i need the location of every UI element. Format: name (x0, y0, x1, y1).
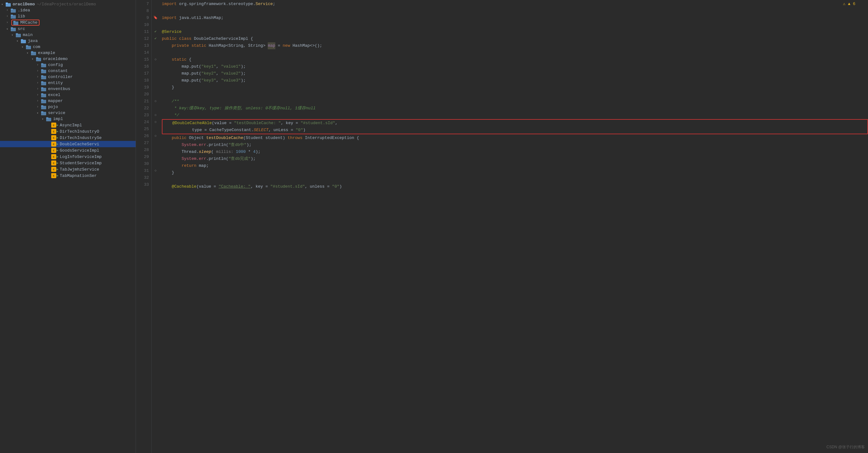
java-file-icon-loginfo: C ▶ (51, 154, 59, 159)
example-label: example (38, 51, 55, 55)
arrow-icon (6, 8, 11, 12)
sidebar-item-asyncimpl[interactable]: C ▶ AsyncImpl (0, 122, 135, 128)
gutter-12: ✔ (152, 35, 159, 42)
dirtechindustryse-label: DirTechIndustrySe (60, 135, 102, 140)
java-file-icon-async: C ▶ (51, 123, 59, 128)
svg-rect-21 (41, 63, 43, 64)
arrow-icon (17, 39, 21, 43)
arrow-icon (11, 33, 16, 37)
editor-gutter: 🔖 ✔ ✔ ◇ ◇ ◇ ◇ ◇ (152, 0, 159, 453)
sidebar-item-excel[interactable]: excel (0, 92, 135, 98)
code-line-22: * key:缓存key, type: 操作类型, unless: 0不缓存nul… (162, 105, 868, 112)
code-content-area[interactable]: 7891011 1213141516 1718192021 2223242526… (136, 0, 868, 453)
sidebar-item-pojo[interactable]: pojo (0, 104, 135, 110)
gutter-11: ✔ (152, 28, 159, 35)
sidebar-item-impl[interactable]: impl (0, 116, 135, 122)
code-line-13: private static HashMap<String, String> m… (162, 42, 868, 49)
tabjwjmhzservice-label: TabJwjmhzService (60, 167, 99, 172)
sidebar-item-loginfoserviceimp[interactable]: C ▶ LogInfoServiceImp (0, 154, 135, 160)
gutter-22 (152, 104, 159, 111)
sidebar-item-studentserviceimp[interactable]: C ▶ StudentServiceImp (0, 160, 135, 166)
arrow-icon (37, 93, 41, 97)
entity-label: entity (48, 80, 63, 85)
svg-rect-31 (41, 93, 43, 94)
arrow-icon (32, 57, 36, 61)
java-file-icon-doublecache: C ▶ (51, 141, 59, 147)
gutter-20 (152, 90, 159, 97)
code-line-29: System.err.println("查db完成"); (162, 155, 868, 162)
folder-icon (41, 111, 47, 115)
sidebar-item-service[interactable]: service (0, 110, 135, 116)
code-line-10 (162, 22, 868, 28)
sidebar-item-com[interactable]: com (0, 44, 135, 50)
java-file-icon-goods: C ▶ (51, 148, 59, 153)
gutter-33 (152, 181, 159, 188)
code-line-9: import java.util.HashMap; (162, 14, 868, 22)
sidebar-item-doublecacheservi[interactable]: C ▶ DoubleCacheServi (0, 141, 135, 147)
svg-rect-15 (26, 45, 28, 46)
folder-icon (11, 27, 17, 31)
svg-rect-39 (46, 117, 49, 119)
sidebar-item-enventbus[interactable]: enventbus (0, 86, 135, 92)
sidebar-item-tabjwjmhzservice[interactable]: C ▶ TabJwjmhzService (0, 166, 135, 172)
sidebar-item-example[interactable]: example (0, 50, 135, 56)
sidebar-item-tabmapnationser[interactable]: C ▶ TabMapnationSer (0, 172, 135, 179)
gutter-18 (152, 76, 159, 84)
sidebar-item-project-root[interactable]: oraclDemo ~/IdeaProjects/oraclDemo (0, 1, 135, 7)
svg-rect-19 (36, 57, 38, 59)
arrow-icon (1, 3, 6, 6)
code-line-25: type = CacheTypeConstant.SELECT, unLess … (162, 127, 867, 134)
sidebar-item-entity[interactable]: entity (0, 80, 135, 86)
java-file-icon-dirtecho: C ▶ (51, 129, 59, 134)
sidebar-item-oraceldemo[interactable]: oraceldemo (0, 56, 135, 62)
sidebar-item-src[interactable]: src (0, 26, 135, 32)
svg-rect-29 (41, 87, 43, 89)
enventbus-label: enventbus (48, 87, 70, 91)
excel-label: excel (48, 93, 60, 97)
sidebar-item-dirtechindustryo[interactable]: C ▶ DirTechIndustryO (0, 128, 135, 135)
folder-icon (16, 33, 22, 37)
sidebar-item-idea[interactable]: .idea (0, 7, 135, 13)
sidebar-item-goodsserviceimpl[interactable]: C ▶ GoodsServiceImpl (0, 147, 135, 154)
sidebar-item-lib[interactable]: lib (0, 13, 135, 19)
file-tree[interactable]: oraclDemo ~/IdeaProjects/oraclDemo .idea… (0, 0, 136, 453)
arrow-icon (6, 14, 11, 18)
java-file-icon-tabmap: C ▶ (51, 173, 59, 178)
sidebar-item-constant[interactable]: constant (0, 68, 135, 74)
asyncimpl-label: AsyncImpl (60, 123, 82, 128)
svg-rect-5 (11, 14, 13, 16)
line-numbers: 7891011 1213141516 1718192021 2223242526… (136, 0, 152, 453)
com-label: com (33, 44, 40, 49)
sidebar-item-java[interactable]: java (0, 38, 135, 44)
sidebar-item-mrcache[interactable]: MRCache (0, 19, 135, 26)
folder-icon (41, 81, 47, 85)
gutter-26: ◇ (152, 132, 159, 139)
gutter-14 (152, 48, 159, 56)
dirtechindustryo-label: DirTechIndustryO (60, 129, 99, 134)
arrow-icon (37, 69, 41, 73)
code-line-26: public Object testDoubleCache(Student st… (162, 135, 868, 141)
java-file-icon-student: C ▶ (51, 160, 59, 165)
svg-rect-37 (41, 111, 43, 112)
folder-icon (41, 105, 47, 109)
code-line-32 (162, 176, 868, 183)
code-area: 7891011 1213141516 1718192021 2223242526… (136, 0, 868, 453)
arrow-icon (37, 81, 41, 85)
code-editor: ⚠ ▲ 6 7891011 1213141516 1718192021 2223… (136, 0, 868, 453)
sidebar-item-dirtechindustryse[interactable]: C ▶ DirTechIndustrySe (0, 135, 135, 141)
oraceldemo-label: oraceldemo (43, 57, 68, 61)
mrcache-label: MRCache (20, 20, 38, 25)
code-line-17: map.put("key2", "value2"); (162, 70, 868, 77)
sidebar-item-mapper[interactable]: mapper (0, 98, 135, 104)
arrow-icon (27, 51, 31, 55)
code-line-19: } (162, 84, 868, 91)
code-line-8 (162, 8, 868, 14)
gutter-10 (152, 21, 159, 28)
gutter-15: ◇ (152, 56, 159, 63)
arrow-icon (37, 87, 41, 91)
sidebar-item-main[interactable]: main (0, 32, 135, 38)
lib-label: lib (18, 14, 25, 19)
java-file-icon-dirtechse: C ▶ (51, 135, 59, 140)
sidebar-item-controller[interactable]: controller (0, 74, 135, 80)
sidebar-item-config[interactable]: config (0, 62, 135, 68)
